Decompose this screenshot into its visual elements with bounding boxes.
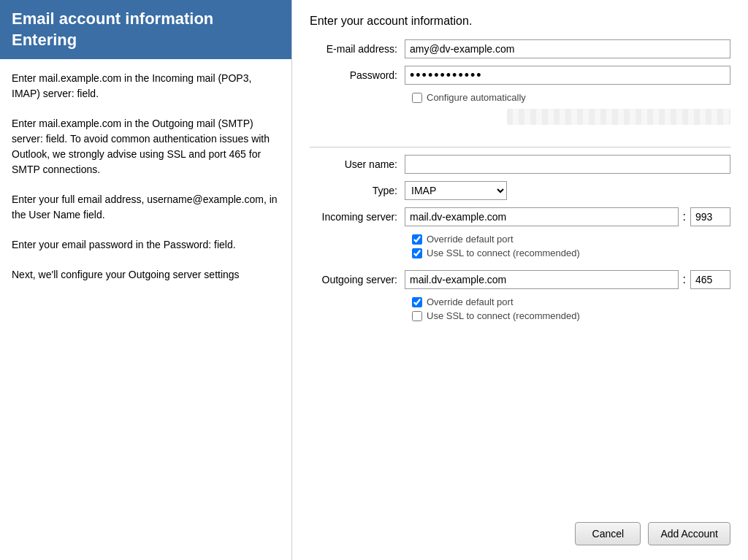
left-header: Email account information Entering <box>0 0 291 59</box>
separator-1 <box>310 147 730 147</box>
incoming-server-row: Incoming server: : <box>310 207 730 226</box>
username-input[interactable] <box>405 155 730 174</box>
type-select[interactable]: IMAP POP3 Exchange <box>405 181 507 200</box>
email-label: E-mail address: <box>310 43 405 55</box>
username-label: User name: <box>310 158 405 170</box>
outgoing-server-row: Outgoing server: : <box>310 270 730 289</box>
left-header-text: Email account information Entering <box>12 9 213 49</box>
password-label: Password: <box>310 69 405 81</box>
configure-auto-row: Configure automatically <box>412 92 730 103</box>
override-incoming-label: Override default port <box>427 234 514 245</box>
outgoing-check-group: Override default port Use SSL to connect… <box>412 296 730 324</box>
ssl-incoming-label: Use SSL to connect (recommended) <box>427 248 580 258</box>
instruction-3: Enter your full email address, username@… <box>12 192 280 223</box>
override-outgoing-checkbox[interactable] <box>412 297 422 307</box>
incoming-port-input[interactable] <box>690 207 730 226</box>
type-row: Type: IMAP POP3 Exchange <box>310 181 730 200</box>
form-title: Enter your account information. <box>310 15 730 28</box>
outgoing-port-colon: : <box>683 273 686 286</box>
username-row: User name: <box>310 155 730 174</box>
outgoing-port-input[interactable] <box>690 270 730 289</box>
right-panel: Enter your account information. E-mail a… <box>292 0 748 560</box>
password-input[interactable] <box>405 66 730 85</box>
incoming-server-label: Incoming server: <box>310 211 405 223</box>
ssl-outgoing-checkbox[interactable] <box>412 311 422 321</box>
override-outgoing-label: Override default port <box>427 296 514 307</box>
instruction-1: Enter mail.example.com in the Incoming m… <box>12 71 280 101</box>
override-outgoing-row: Override default port <box>412 296 730 307</box>
blurred-bar <box>507 109 730 125</box>
outgoing-server-label: Outgoing server: <box>310 274 405 285</box>
email-input[interactable] <box>405 39 730 58</box>
instruction-4: Enter your email password in the Passwor… <box>12 237 280 253</box>
password-row: Password: <box>310 66 730 85</box>
ssl-outgoing-label: Use SSL to connect (recommended) <box>427 310 580 321</box>
ssl-outgoing-row: Use SSL to connect (recommended) <box>412 310 730 321</box>
ssl-incoming-checkbox[interactable] <box>412 248 422 258</box>
left-panel: Email account information Entering Enter… <box>0 0 292 560</box>
incoming-port-colon: : <box>683 210 686 223</box>
blurred-section <box>310 109 730 132</box>
incoming-server-input[interactable] <box>405 207 679 226</box>
ssl-incoming-row: Use SSL to connect (recommended) <box>412 248 730 258</box>
buttons-row: Cancel Add Account <box>310 515 730 545</box>
instruction-2: Enter mail.example.com in the Outgoing m… <box>12 116 280 177</box>
override-incoming-row: Override default port <box>412 234 730 245</box>
outgoing-server-input[interactable] <box>405 270 679 289</box>
instruction-5: Next, we'll configure your Outgoing serv… <box>12 267 280 283</box>
override-incoming-checkbox[interactable] <box>412 234 422 245</box>
left-content: Enter mail.example.com in the Incoming m… <box>0 59 291 560</box>
type-label: Type: <box>310 185 405 196</box>
configure-auto-label: Configure automatically <box>427 92 526 103</box>
add-account-button[interactable]: Add Account <box>648 522 730 545</box>
email-row: E-mail address: <box>310 39 730 58</box>
incoming-check-group: Override default port Use SSL to connect… <box>412 234 730 261</box>
configure-auto-checkbox[interactable] <box>412 93 422 103</box>
cancel-button[interactable]: Cancel <box>575 522 641 545</box>
